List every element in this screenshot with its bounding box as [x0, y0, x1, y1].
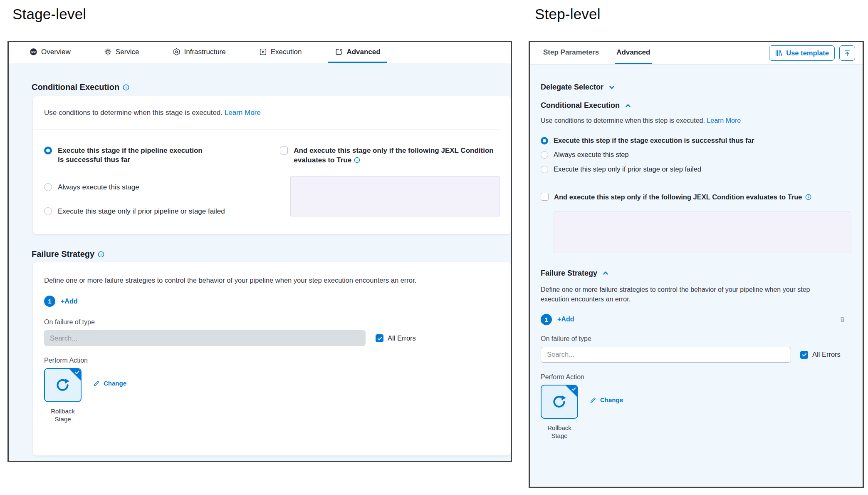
strategy-badge-row: 1 +Add	[541, 314, 852, 325]
radio-unselected[interactable]	[44, 207, 52, 215]
radio-label: Always execute this stage	[58, 183, 139, 192]
section-title: Conditional Execution	[541, 101, 620, 110]
perform-action-label: Perform Action	[44, 357, 511, 364]
check-icon	[801, 352, 807, 358]
tab-label: Advanced	[346, 48, 380, 56]
description-text: Use conditions to determine when this st…	[44, 109, 223, 117]
tab-service[interactable]: Service	[97, 42, 146, 63]
failure-type-search-input[interactable]	[44, 330, 366, 346]
jexl-checkbox[interactable]	[280, 147, 288, 154]
infrastructure-icon	[173, 48, 181, 56]
rollback-stage-tile[interactable]	[541, 385, 578, 419]
section-title: Failure Strategy	[32, 249, 94, 259]
chevron-up-icon	[625, 102, 631, 109]
delete-strategy-button[interactable]	[839, 316, 846, 323]
use-template-label: Use template	[786, 49, 829, 57]
radio-option-success[interactable]: Execute this stage if the pipeline execu…	[44, 146, 255, 164]
trash-icon	[839, 316, 846, 323]
radio-unselected[interactable]	[541, 166, 548, 173]
stage-level-title: Stage-level	[12, 6, 86, 22]
rollback-stage-tile[interactable]	[44, 368, 82, 402]
radio-label: Execute this stage only if prior pipelin…	[58, 207, 225, 216]
failure-strategy-description: Define one or more failure strategies to…	[44, 276, 511, 284]
tab-advanced[interactable]: Advanced	[615, 42, 652, 64]
jexl-checkbox[interactable]	[541, 193, 549, 201]
section-title: Failure Strategy	[541, 269, 597, 278]
tab-infrastructure[interactable]: Infrastructure	[166, 42, 232, 63]
section-title: Delegate Selector	[541, 83, 603, 92]
jexl-condition-input[interactable]	[290, 176, 500, 216]
radio-selected[interactable]	[541, 137, 548, 144]
add-strategy-button[interactable]: +Add	[61, 298, 77, 305]
failure-strategy-description: Define one or more failure strategies to…	[541, 285, 832, 304]
radio-option-always[interactable]: Always execute this step	[541, 150, 852, 159]
use-template-button[interactable]: Use template	[769, 45, 835, 61]
learn-more-link[interactable]: Learn More	[707, 117, 741, 124]
all-errors-option[interactable]: All Errors	[800, 351, 841, 359]
radio-option-failed[interactable]: Execute this stage only if prior pipelin…	[44, 207, 255, 216]
radio-selected[interactable]	[44, 147, 52, 154]
corner-check-icon	[571, 386, 576, 392]
conditional-description: Use conditions to determine when this st…	[541, 117, 852, 124]
section-divider	[541, 183, 852, 183]
stage-tabbar: Overview Service Infrastructure Executio…	[9, 42, 511, 63]
tab-execution[interactable]: Execution	[252, 42, 309, 63]
all-errors-label: All Errors	[812, 351, 841, 358]
pencil-icon	[93, 380, 100, 387]
conditional-execution-header[interactable]: Conditional Execution	[541, 101, 852, 110]
jexl-condition-input[interactable]	[554, 211, 851, 253]
radio-unselected[interactable]	[44, 183, 52, 191]
tab-overview[interactable]: Overview	[23, 42, 77, 63]
info-icon[interactable]	[98, 251, 104, 258]
all-errors-option[interactable]: All Errors	[376, 334, 416, 342]
tab-advanced[interactable]: Advanced	[328, 42, 387, 63]
chevron-down-icon	[608, 84, 615, 91]
perform-action-label: Perform Action	[541, 373, 852, 381]
jexl-checkbox-row[interactable]: And execute this step only if the follow…	[541, 192, 852, 201]
radio-option-success[interactable]: Execute this step if the stage execution…	[541, 136, 852, 145]
add-strategy-button[interactable]: +Add	[557, 316, 574, 323]
jexl-column: And execute this stage only if the follo…	[263, 144, 511, 220]
failure-type-row: All Errors	[44, 330, 511, 346]
failure-type-search-input[interactable]	[541, 347, 791, 363]
conditional-description: Use conditions to determine when this st…	[44, 109, 261, 117]
stage-advanced-panel: Overview Service Infrastructure Executio…	[7, 41, 512, 462]
on-failure-label: On failure of type	[541, 335, 852, 343]
check-icon	[377, 336, 383, 341]
jexl-label: And execute this stage only if the follo…	[294, 146, 511, 165]
radio-option-always[interactable]: Always execute this stage	[44, 183, 255, 192]
perform-action-row: Rollback Stage Change	[44, 368, 511, 423]
gear-icon	[104, 48, 112, 56]
jexl-label-text: And execute this stage only if the follo…	[294, 147, 493, 164]
learn-more-link[interactable]: Learn More	[225, 109, 261, 117]
tab-label: Overview	[41, 48, 71, 56]
change-action-button[interactable]: Change	[93, 380, 126, 387]
all-errors-checkbox[interactable]	[800, 351, 808, 359]
strategy-count-badge[interactable]: 1	[541, 314, 552, 325]
info-icon[interactable]	[354, 157, 360, 163]
radio-label: Execute this stage if the pipeline execu…	[58, 146, 208, 164]
all-errors-checkbox[interactable]	[376, 334, 383, 342]
info-icon[interactable]	[123, 84, 129, 91]
step-advanced-panel: Step Parameters Advanced Use template De…	[529, 41, 864, 488]
jexl-label: And execute this step only if the follow…	[554, 192, 811, 201]
upload-icon	[843, 50, 851, 57]
radio-group: Execute this stage if the pipeline execu…	[33, 144, 263, 220]
conditional-options: Execute this stage if the pipeline execu…	[33, 129, 511, 220]
jexl-checkbox-row[interactable]: And execute this stage only if the follo…	[280, 146, 511, 165]
delegate-selector-header[interactable]: Delegate Selector	[541, 83, 852, 92]
radio-option-failed[interactable]: Execute this step only if prior stage or…	[541, 165, 852, 174]
step-header: Step Parameters Advanced Use template	[530, 42, 863, 65]
upload-button[interactable]	[839, 45, 855, 61]
advanced-icon	[335, 48, 343, 56]
tab-label: Advanced	[616, 48, 650, 57]
conditional-execution-card: Use conditions to determine when this st…	[33, 96, 511, 234]
strategy-count-badge[interactable]: 1	[44, 296, 55, 307]
info-icon[interactable]	[805, 194, 811, 200]
tab-step-parameters[interactable]: Step Parameters	[542, 42, 601, 64]
corner-check-icon	[74, 370, 80, 375]
change-action-button[interactable]: Change	[590, 396, 623, 403]
on-failure-label: On failure of type	[44, 318, 511, 326]
failure-strategy-header[interactable]: Failure Strategy	[541, 269, 852, 278]
radio-unselected[interactable]	[541, 151, 548, 159]
